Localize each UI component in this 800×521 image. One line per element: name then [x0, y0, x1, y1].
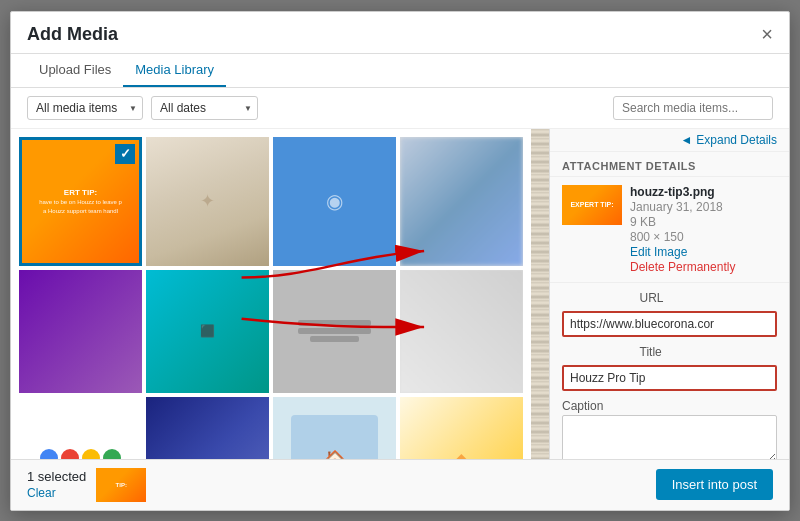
title-input[interactable]: [562, 365, 777, 391]
media-grid-wrapper: ERT TIP:have to be on Houzz to leave pa …: [11, 129, 549, 459]
clear-selection-link[interactable]: Clear: [27, 486, 86, 500]
media-item[interactable]: [273, 270, 396, 393]
media-item[interactable]: ◉: [273, 137, 396, 266]
attachment-form: URL Title Caption Alt T: [550, 283, 789, 459]
title-label: Title: [640, 345, 700, 359]
attachment-meta: houzz-tip3.png January 31, 2018 9 KB 800…: [630, 185, 735, 274]
selection-count: 1 selected: [27, 469, 86, 484]
media-grid-area: ERT TIP:have to be on Houzz to leave pa …: [11, 129, 531, 459]
attachment-info: EXPERT TIP: houzz-tip3.png January 31, 2…: [550, 177, 789, 283]
media-item[interactable]: [400, 270, 523, 393]
media-item[interactable]: [19, 397, 142, 459]
url-field-row: URL: [562, 291, 777, 337]
tab-media-library[interactable]: Media Library: [123, 54, 226, 87]
close-button[interactable]: ×: [761, 24, 773, 44]
add-media-modal: Add Media × Upload Files Media Library A…: [10, 11, 790, 511]
expand-details-button[interactable]: ◄ Expand Details: [550, 129, 789, 152]
filter-date[interactable]: All dates January 2018: [151, 96, 258, 120]
media-item[interactable]: 🏠: [273, 397, 396, 459]
right-panel: ◄ Expand Details ATTACHMENT DETAILS EXPE…: [549, 129, 789, 459]
media-item[interactable]: ✦: [146, 137, 269, 266]
caption-field-row: Caption: [562, 399, 777, 459]
attachment-thumbnail: EXPERT TIP:: [562, 185, 622, 225]
filter-media-type[interactable]: All media items Images Audio Video: [27, 96, 143, 120]
modal-footer: 1 selected Clear TIP: Insert into post: [11, 459, 789, 510]
url-label: URL: [640, 291, 700, 305]
title-field-row: Title: [562, 345, 777, 391]
media-toolbar: All media items Images Audio Video All d…: [11, 88, 789, 129]
modal-header: Add Media ×: [11, 12, 789, 54]
attachment-filename: houzz-tip3.png: [630, 185, 735, 199]
torn-divider: [531, 129, 549, 459]
footer-thumbnail: TIP:: [96, 468, 146, 502]
media-item[interactable]: [400, 137, 523, 266]
url-input[interactable]: [562, 311, 777, 337]
modal-title: Add Media: [27, 24, 118, 45]
expand-details-icon: ◄: [680, 133, 692, 147]
caption-textarea[interactable]: [562, 415, 777, 459]
selection-info: 1 selected Clear: [27, 469, 86, 500]
attachment-section-label: ATTACHMENT DETAILS: [550, 152, 789, 177]
search-input[interactable]: [613, 96, 773, 120]
attachment-size: 9 KB: [630, 215, 735, 229]
footer-left: 1 selected Clear TIP:: [27, 468, 146, 502]
attachment-dimensions: 800 × 150: [630, 230, 735, 244]
edit-image-link[interactable]: Edit Image: [630, 245, 735, 259]
media-item[interactable]: ⬛: [146, 270, 269, 393]
media-item[interactable]: [19, 270, 142, 393]
media-item[interactable]: [146, 397, 269, 459]
attachment-date: January 31, 2018: [630, 200, 735, 214]
media-grid: ERT TIP:have to be on Houzz to leave pa …: [19, 137, 523, 459]
media-item[interactable]: ERT TIP:have to be on Houzz to leave pa …: [19, 137, 142, 266]
media-item[interactable]: ◆: [400, 397, 523, 459]
tab-upload-files[interactable]: Upload Files: [27, 54, 123, 87]
caption-label: Caption: [562, 399, 777, 413]
filter-date-wrap: All dates January 2018: [151, 96, 258, 120]
selection-check: ✓: [115, 144, 135, 164]
insert-into-post-button[interactable]: Insert into post: [656, 469, 773, 500]
modal-body: ERT TIP:have to be on Houzz to leave pa …: [11, 129, 789, 459]
filter-media-type-wrap: All media items Images Audio Video: [27, 96, 143, 120]
modal-tabs: Upload Files Media Library: [11, 54, 789, 88]
expand-details-label: Expand Details: [696, 133, 777, 147]
delete-permanently-link[interactable]: Delete Permanently: [630, 260, 735, 274]
